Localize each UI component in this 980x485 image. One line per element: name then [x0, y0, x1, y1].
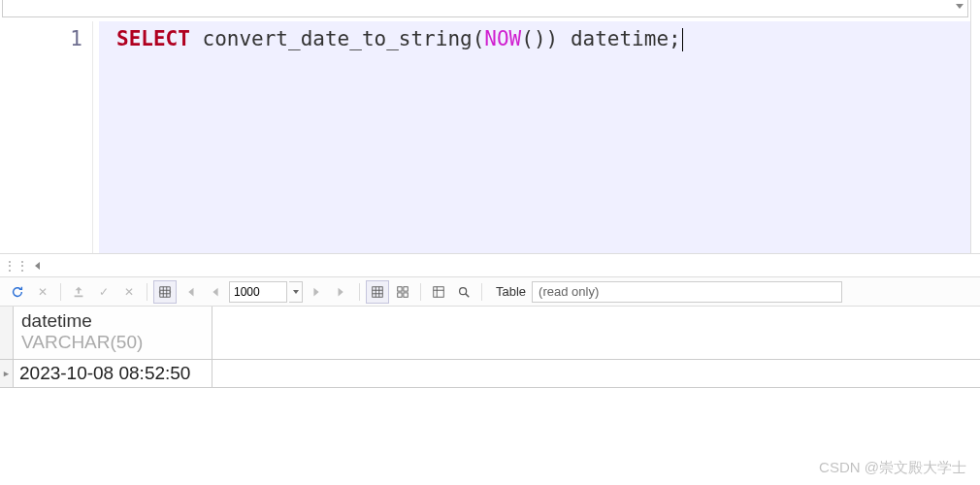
results-toolbar: ✕ ✓ ✕ Table [0, 277, 980, 307]
collapse-left-icon[interactable] [35, 262, 40, 270]
watermark: CSDN @崇文殿大学士 [819, 459, 966, 477]
svg-rect-4 [404, 292, 408, 296]
auto-size-columns-button[interactable] [153, 280, 177, 304]
commit-button[interactable]: ✓ [92, 280, 115, 304]
grid-view-button[interactable] [366, 280, 389, 304]
sql-terminator: ; [669, 27, 681, 50]
cell-value[interactable]: 2023-10-08 08:52:50 [14, 360, 212, 387]
svg-rect-5 [434, 286, 444, 297]
first-page-button[interactable] [179, 280, 202, 304]
column-header[interactable]: datetime VARCHAR(50) [14, 307, 212, 359]
sql-keyword: SELECT [116, 27, 190, 50]
export-button[interactable] [67, 280, 90, 304]
line-gutter: 1 [0, 21, 93, 253]
next-page-button[interactable] [305, 280, 328, 304]
panel-splitter[interactable]: ⋮⋮ [0, 254, 980, 277]
svg-rect-2 [404, 286, 408, 290]
last-page-button[interactable] [330, 280, 353, 304]
table-row[interactable]: ▶ 2023-10-08 08:52:50 [0, 360, 980, 388]
grip-icon: ⋮⋮ [4, 259, 29, 273]
right-panel-placeholder [970, 0, 980, 253]
editor-tab-bar[interactable] [2, 0, 968, 17]
column-name: datetime [21, 310, 204, 332]
code-line[interactable]: SELECT convert_date_to_string(NOW()) dat… [99, 21, 970, 253]
current-row-indicator-icon: ▶ [0, 360, 14, 387]
results-header-row: datetime VARCHAR(50) [0, 307, 980, 360]
line-number: 1 [0, 27, 82, 50]
sql-func-inner: NOW [484, 27, 521, 50]
column-type: VARCHAR(50) [21, 332, 204, 353]
transpose-button[interactable] [427, 280, 450, 304]
text-caret [682, 28, 683, 51]
row-limit-dropdown[interactable] [289, 281, 303, 303]
row-limit-input[interactable] [229, 281, 287, 303]
rollback-button[interactable]: ✕ [117, 280, 141, 304]
find-button[interactable] [452, 280, 475, 304]
sql-func-outer: convert_date_to_string [203, 27, 473, 50]
prev-page-button[interactable] [204, 280, 227, 304]
stop-button[interactable]: ✕ [31, 280, 54, 304]
table-mode-label: Table [496, 284, 526, 299]
svg-point-6 [460, 287, 467, 294]
refresh-button[interactable] [6, 280, 29, 304]
tree-view-button[interactable] [391, 280, 414, 304]
sql-editor[interactable]: 1 SELECT convert_date_to_string(NOW()) d… [0, 21, 970, 253]
svg-rect-3 [398, 292, 402, 296]
svg-rect-1 [398, 286, 402, 290]
table-mode-field[interactable] [532, 281, 842, 303]
grid-corner [0, 307, 14, 359]
sql-alias: datetime [571, 27, 669, 50]
svg-rect-0 [373, 286, 383, 297]
